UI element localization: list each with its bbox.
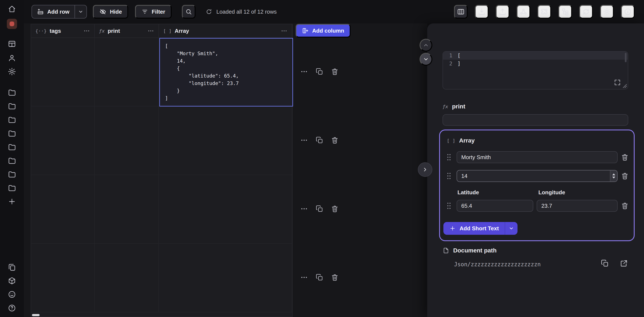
- chevron-down-icon: [508, 225, 514, 232]
- import-button[interactable]: [475, 5, 488, 18]
- cell-print-3[interactable]: [95, 175, 159, 243]
- add-collection-icon[interactable]: [7, 196, 17, 207]
- column-menu-icon[interactable]: [83, 28, 90, 34]
- column-header-array[interactable]: [ ] Array: [159, 24, 292, 38]
- row-copy-icon[interactable]: [314, 135, 324, 145]
- cell-array-3[interactable]: [159, 175, 292, 243]
- row-delete-icon[interactable]: [330, 272, 340, 282]
- copy-path-icon[interactable]: [600, 259, 610, 268]
- sync-icon: [582, 8, 590, 16]
- add-short-text-button[interactable]: Add Short Text: [444, 222, 505, 235]
- home-icon[interactable]: [7, 4, 17, 14]
- column-menu-icon[interactable]: [147, 28, 154, 34]
- board-view-button[interactable]: [454, 5, 468, 18]
- row-actions-1: [299, 66, 340, 77]
- folder-icon-3[interactable]: [7, 114, 17, 125]
- settings-button[interactable]: [600, 5, 614, 18]
- chevron-down-icon: [78, 8, 84, 15]
- expand-editor-icon[interactable]: [614, 79, 621, 86]
- row-delete-icon[interactable]: [330, 204, 340, 214]
- cell-tags-4[interactable]: [31, 244, 95, 312]
- print-field-input[interactable]: [442, 114, 628, 126]
- add-row-dropdown-button[interactable]: [74, 5, 86, 18]
- open-external-icon[interactable]: [619, 259, 629, 268]
- previous-document-button[interactable]: [420, 39, 432, 52]
- folder-icon-6[interactable]: [7, 156, 17, 166]
- folder-icon-5[interactable]: [7, 142, 17, 152]
- drag-handle-icon[interactable]: [447, 172, 451, 180]
- hide-button[interactable]: Hide: [93, 5, 128, 18]
- editor-scrollbar-thumb[interactable]: [625, 53, 626, 62]
- row-copy-icon[interactable]: [314, 272, 324, 282]
- horizontal-scrollbar-thumb[interactable]: [32, 314, 40, 316]
- row-menu-icon[interactable]: [299, 272, 309, 282]
- selected-array-cell[interactable]: [ "Morty Smith", 14, { "latitude": 65.4,…: [159, 38, 293, 106]
- row-menu-icon[interactable]: [299, 66, 309, 77]
- docs-icon[interactable]: [7, 262, 17, 272]
- latitude-input[interactable]: [456, 200, 533, 212]
- array-item-number-input[interactable]: [456, 170, 618, 182]
- delete-item-icon[interactable]: [620, 172, 629, 180]
- number-stepper[interactable]: [610, 170, 617, 182]
- help-icon[interactable]: [7, 303, 17, 313]
- workspace-avatar[interactable]: [7, 19, 17, 29]
- delete-item-icon[interactable]: [620, 153, 629, 162]
- column-menu-icon[interactable]: [281, 28, 288, 34]
- folder-icon-7[interactable]: [7, 169, 17, 180]
- schema-tree-button[interactable]: [558, 5, 572, 18]
- row-delete-icon[interactable]: [330, 66, 340, 77]
- cell-tags-3[interactable]: [31, 175, 95, 243]
- account-icon[interactable]: [7, 53, 17, 63]
- sync-button[interactable]: [579, 5, 593, 18]
- settings-icon[interactable]: [7, 66, 17, 77]
- extensions-button[interactable]: [538, 5, 551, 18]
- array-type-icon: [ ]: [447, 138, 455, 143]
- add-type-dropdown-button[interactable]: [505, 222, 518, 235]
- drag-handle-icon[interactable]: [447, 202, 451, 210]
- longitude-input[interactable]: [537, 200, 618, 212]
- row-copy-icon[interactable]: [314, 66, 324, 77]
- cell-print-1[interactable]: [95, 38, 159, 106]
- package-icon[interactable]: [7, 276, 17, 286]
- array-item-text-input[interactable]: [456, 151, 618, 163]
- add-column-button[interactable]: Add column: [296, 24, 350, 38]
- add-row-button[interactable]: Add row: [32, 5, 74, 18]
- code-line-2: 2 ]: [443, 60, 628, 68]
- webhooks-button[interactable]: [517, 5, 530, 18]
- next-document-button[interactable]: [420, 53, 432, 66]
- cell-tags-2[interactable]: [31, 106, 95, 175]
- cell-print-2[interactable]: [95, 106, 159, 175]
- row-delete-icon[interactable]: [330, 135, 340, 145]
- feedback-smiley-icon[interactable]: [7, 289, 17, 300]
- folder-icon-1[interactable]: [7, 87, 17, 98]
- info-button[interactable]: [621, 5, 635, 18]
- search-button[interactable]: [182, 5, 196, 18]
- folder-icon-8[interactable]: [7, 183, 17, 193]
- collapse-panel-button[interactable]: [418, 162, 432, 177]
- line-text: ]: [458, 60, 460, 68]
- stepper-down-icon[interactable]: [612, 176, 615, 178]
- code-line-1: 1 [: [443, 52, 628, 60]
- stepper-up-icon[interactable]: [612, 174, 615, 175]
- filter-icon: [142, 8, 148, 15]
- export-button[interactable]: [496, 5, 510, 18]
- refresh-icon[interactable]: [206, 8, 212, 15]
- cell-array-4[interactable]: [159, 244, 292, 312]
- resize-grip-icon[interactable]: [623, 84, 627, 88]
- cell-tags-1[interactable]: [31, 38, 95, 106]
- function-type-icon: ƒx: [99, 28, 105, 34]
- filter-button[interactable]: Filter: [135, 5, 172, 18]
- delete-item-icon[interactable]: [620, 202, 629, 210]
- code-editor[interactable]: 1 [ 2 ]: [442, 51, 628, 90]
- data-grid-icon[interactable]: [7, 39, 17, 49]
- cell-print-4[interactable]: [95, 244, 159, 312]
- folder-icon-2[interactable]: [7, 101, 17, 111]
- column-header-print[interactable]: ƒx print: [95, 24, 159, 38]
- cell-array-2[interactable]: [159, 106, 292, 175]
- row-copy-icon[interactable]: [314, 204, 324, 214]
- row-menu-icon[interactable]: [299, 135, 309, 145]
- column-header-tags[interactable]: {··} tags: [31, 24, 95, 38]
- drag-handle-icon[interactable]: [447, 154, 451, 161]
- folder-icon-4[interactable]: [7, 128, 17, 138]
- row-menu-icon[interactable]: [299, 204, 309, 214]
